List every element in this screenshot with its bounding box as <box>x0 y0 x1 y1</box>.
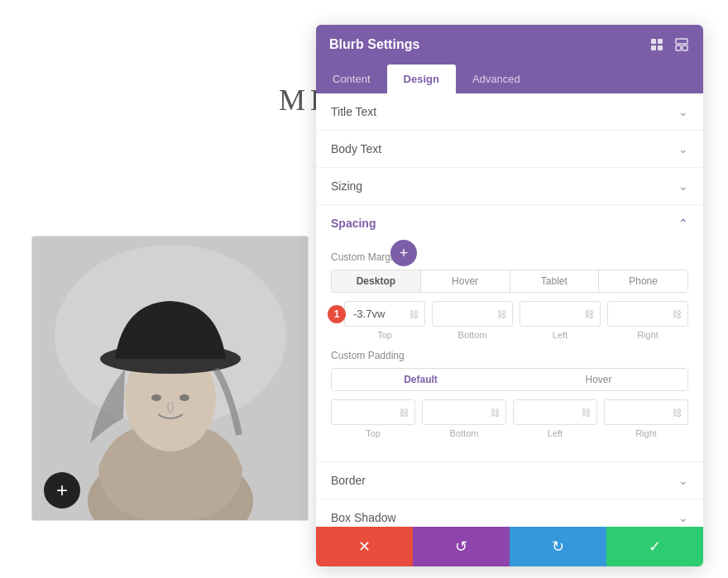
padding-right-input-group: ⛓ <box>604 399 688 425</box>
label-top: Top <box>331 428 415 438</box>
checkmark-icon: ✓ <box>649 537 661 556</box>
layout-icon[interactable] <box>673 36 690 53</box>
chevron-down-icon: ⌄ <box>678 511 688 524</box>
padding-left-input-group: ⛓ <box>513 399 597 425</box>
padding-labels-row: Top Bottom Left Right <box>331 428 688 438</box>
cancel-icon: ✕ <box>358 537 371 556</box>
section-body-text[interactable]: Body Text ⌄ <box>316 131 703 168</box>
margin-bottom-input-group: ⛓ <box>432 301 513 327</box>
chevron-down-icon: ⌄ <box>678 105 688 118</box>
section-sizing[interactable]: Sizing ⌄ <box>316 168 703 205</box>
svg-rect-11 <box>676 39 687 44</box>
section-box-shadow[interactable]: Box Shadow ⌄ <box>316 499 703 527</box>
settings-panel: Blurb Settings Content Design <box>316 25 703 566</box>
reset-button[interactable]: ↺ <box>413 527 510 566</box>
plus-icon: + <box>56 480 68 500</box>
margin-inputs-row: 1 ⛓ ⛓ ⛓ ⛓ <box>331 301 688 327</box>
photo-image: + <box>32 236 308 520</box>
label-left: Left <box>513 428 597 438</box>
svg-rect-13 <box>682 45 687 50</box>
chevron-down-icon: ⌄ <box>678 142 688 155</box>
photo-card: + <box>31 236 309 521</box>
plus-circle-icon: + <box>400 245 409 262</box>
spacing-content: Custom Margin Desktop Hover Tablet Phone… <box>316 241 703 462</box>
reset-icon: ↺ <box>455 537 467 556</box>
link-icon[interactable]: ⛓ <box>673 408 682 418</box>
padding-tab-default[interactable]: Default <box>332 369 510 390</box>
padding-device-tabs: Default Hover <box>331 368 688 391</box>
section-border[interactable]: Border ⌄ <box>316 462 703 499</box>
label-left: Left <box>520 330 601 340</box>
save-button[interactable]: ✓ <box>606 527 703 566</box>
margin-right-input-group: ⛓ <box>607 301 688 327</box>
custom-padding-label: Custom Padding <box>331 350 688 361</box>
link-icon[interactable]: ⛓ <box>400 408 409 418</box>
redo-icon: ↻ <box>552 537 564 556</box>
link-icon[interactable]: ⛓ <box>497 309 506 319</box>
panel-header-icons <box>649 36 690 53</box>
margin-top-input-group: ⛓ <box>344 301 425 327</box>
margin-device-tabs: Desktop Hover Tablet Phone <box>331 270 688 293</box>
panel-title: Blurb Settings <box>329 37 419 52</box>
device-tab-tablet[interactable]: Tablet <box>510 270 600 292</box>
chevron-up-icon: ⌃ <box>678 217 688 230</box>
device-tab-desktop[interactable]: Desktop <box>332 270 421 292</box>
section-title-text[interactable]: Title Text ⌄ <box>316 93 703 131</box>
section-border-label: Border <box>331 474 366 487</box>
margin-left-input-group: ⛓ <box>520 301 601 327</box>
device-tab-hover[interactable]: Hover <box>421 270 510 292</box>
device-tab-phone[interactable]: Phone <box>599 270 687 292</box>
error-badge: 1 <box>328 305 346 323</box>
tabs-row: Content Design Advanced <box>316 64 703 93</box>
chevron-down-icon: ⌄ <box>678 179 688 193</box>
link-icon[interactable]: ⛓ <box>410 309 419 319</box>
link-icon[interactable]: ⛓ <box>585 309 594 319</box>
svg-rect-10 <box>658 45 663 50</box>
redo-button[interactable]: ↻ <box>510 527 606 566</box>
tab-design[interactable]: Design <box>387 64 456 93</box>
svg-point-5 <box>151 394 161 401</box>
label-right: Right <box>607 330 688 340</box>
padding-tab-hover[interactable]: Hover <box>510 369 687 390</box>
section-spacing-label: Spacing <box>331 217 376 230</box>
link-icon[interactable]: ⛓ <box>673 309 682 319</box>
action-bar: ✕ ↺ ↻ ✓ <box>316 527 703 566</box>
label-right: Right <box>604 428 688 438</box>
link-icon[interactable]: ⛓ <box>582 408 591 418</box>
svg-rect-9 <box>651 45 656 50</box>
margin-labels-row: Top Bottom Left Right <box>331 330 688 340</box>
svg-point-6 <box>180 394 189 401</box>
section-box-shadow-label: Box Shadow <box>331 511 396 524</box>
tab-advanced[interactable]: Advanced <box>456 64 537 93</box>
svg-rect-7 <box>651 39 656 44</box>
padding-bottom-input-group: ⛓ <box>422 399 506 425</box>
section-title-text-label: Title Text <box>331 105 376 118</box>
label-bottom: Bottom <box>432 330 513 340</box>
panel-header: Blurb Settings <box>316 25 703 64</box>
link-icon[interactable]: ⛓ <box>491 408 500 418</box>
padding-top-input-group: ⛓ <box>331 399 415 425</box>
tab-content[interactable]: Content <box>316 64 387 93</box>
chevron-down-icon: ⌄ <box>678 474 688 487</box>
expand-panel-button[interactable]: + <box>390 240 417 266</box>
svg-rect-12 <box>676 45 681 50</box>
settings-icon[interactable] <box>649 36 665 53</box>
cancel-button[interactable]: ✕ <box>316 527 413 566</box>
custom-margin-label: Custom Margin <box>331 251 688 263</box>
label-top: Top <box>344 330 425 340</box>
section-body-text-label: Body Text <box>331 142 381 155</box>
padding-inputs-row: ⛓ ⛓ ⛓ ⛓ <box>331 399 688 425</box>
section-spacing[interactable]: Spacing ⌃ <box>316 205 703 241</box>
panel-body: Title Text ⌄ Body Text ⌄ Sizing ⌄ Spacin… <box>316 93 703 527</box>
svg-rect-8 <box>658 39 663 44</box>
label-bottom: Bottom <box>422 428 506 438</box>
section-sizing-label: Sizing <box>331 179 362 193</box>
add-image-button[interactable]: + <box>44 472 80 509</box>
